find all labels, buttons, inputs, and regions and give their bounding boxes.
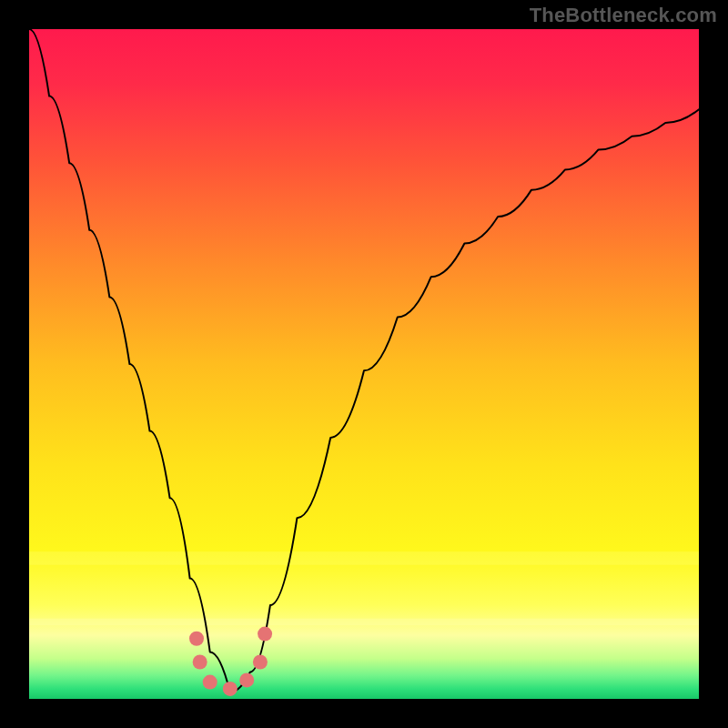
bottleneck-curve — [29, 29, 699, 693]
watermark-text: TheBottleneck.com — [530, 4, 717, 27]
chart-frame: TheBottleneck.com — [0, 0, 728, 728]
plot-area — [29, 29, 699, 699]
curve-marker — [239, 672, 254, 687]
curve-layer — [29, 29, 699, 699]
curve-marker — [203, 675, 217, 690]
curve-marker — [258, 627, 272, 642]
curve-marker — [189, 632, 204, 646]
marker-group — [189, 627, 272, 696]
curve-marker — [253, 655, 268, 670]
curve-marker — [223, 682, 238, 696]
curve-marker — [193, 655, 207, 670]
